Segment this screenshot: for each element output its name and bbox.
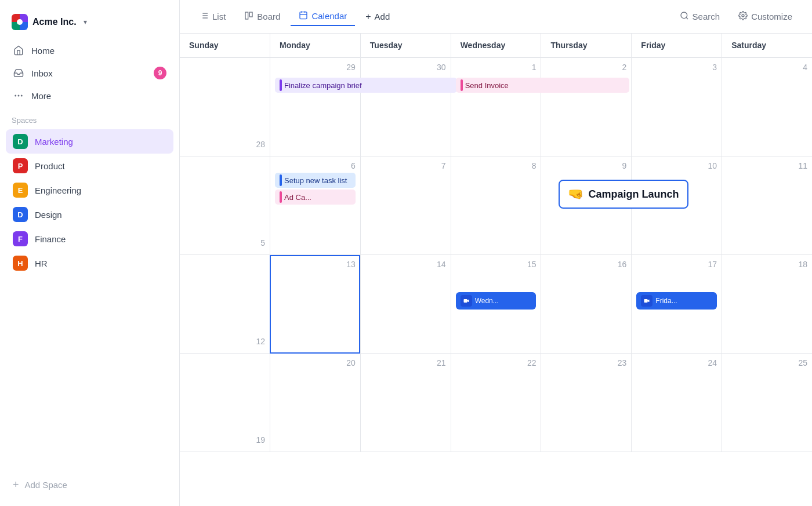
date-1: 1 xyxy=(456,63,536,72)
week-row-2: 5 6 Setup new task list Ad Ca... 7 xyxy=(180,156,812,255)
space-item-finance[interactable]: F Finance xyxy=(6,227,173,251)
event-wednesday-meeting[interactable]: Wedn... xyxy=(456,292,536,310)
customize-button[interactable]: Customize xyxy=(730,8,800,26)
event-finalize[interactable]: Finalize campaign brief xyxy=(275,78,457,93)
app-logo[interactable]: Acme Inc. ▾ xyxy=(0,9,179,39)
tab-calendar[interactable]: Calendar xyxy=(291,7,355,26)
svg-point-15 xyxy=(681,12,687,19)
date-20: 20 xyxy=(275,358,356,367)
add-space-button[interactable]: + Add Space xyxy=(0,472,179,497)
calendar-body: Sunday Monday Tuesday Wednesday Thursday… xyxy=(180,34,812,452)
date-19: 19 xyxy=(256,435,265,445)
cell-wed-15[interactable]: 15 Wedn... xyxy=(451,255,541,354)
nav-home[interactable]: Home xyxy=(6,39,173,61)
event-finalize-label: Finalize campaign brief xyxy=(284,81,362,90)
date-2: 2 xyxy=(546,63,626,72)
event-invoice[interactable]: Send Invoice xyxy=(456,78,630,93)
inbox-icon xyxy=(13,67,24,79)
date-10: 10 xyxy=(636,161,717,170)
nav-home-label: Home xyxy=(31,46,55,56)
cell-mon-13[interactable]: 13 xyxy=(270,255,360,354)
main-nav: Home Inbox 9 More xyxy=(0,39,179,107)
date-13: 13 xyxy=(275,260,356,269)
event-setup-label: Setup new task list xyxy=(284,176,347,185)
space-item-hr[interactable]: H HR xyxy=(6,251,173,275)
cell-sun-28[interactable]: 28 xyxy=(180,58,270,156)
cell-mon-6[interactable]: 6 Setup new task list Ad Ca... xyxy=(270,156,360,255)
cell-tue-21[interactable]: 21 xyxy=(360,354,451,452)
meet-icon-wed xyxy=(461,295,472,307)
date-7: 7 xyxy=(365,161,446,170)
nav-inbox-label: Inbox xyxy=(31,68,53,78)
cell-wed-1[interactable]: 1 Send Invoice xyxy=(451,58,541,156)
cell-fri-24[interactable]: 24 xyxy=(631,354,722,452)
cell-tue-14[interactable]: 14 xyxy=(360,255,451,354)
cell-mon-29[interactable]: 29 Finalize campaign brief xyxy=(270,58,360,156)
cell-fri-3[interactable]: 3 xyxy=(631,58,722,156)
cell-tue-30[interactable]: 30 xyxy=(360,58,451,156)
add-button[interactable]: + Add xyxy=(357,8,398,26)
event-campaign-launch[interactable]: 🤜 Campaign Launch xyxy=(559,180,688,209)
space-label-engineering: Engineering xyxy=(35,185,81,195)
add-label: Add xyxy=(375,12,390,21)
space-avatar-product: P xyxy=(13,158,28,173)
cell-tue-7[interactable]: 7 xyxy=(360,156,451,255)
cell-thu-2[interactable]: 2 xyxy=(541,58,631,156)
cell-sat-4[interactable]: 4 xyxy=(722,58,812,156)
cell-sun-5[interactable]: 5 xyxy=(180,156,270,255)
cell-sun-19[interactable]: 19 xyxy=(180,354,270,452)
date-15: 15 xyxy=(456,260,536,269)
tab-calendar-label: Calendar xyxy=(311,11,347,21)
space-item-engineering[interactable]: E Engineering xyxy=(6,178,173,202)
event-friday-label: Frida... xyxy=(655,297,677,305)
cell-fri-17[interactable]: 17 Frida... xyxy=(631,255,722,354)
cell-sat-11[interactable]: 11 xyxy=(722,156,812,255)
cell-thu-9[interactable]: 9 🤜 Campaign Launch xyxy=(541,156,631,255)
date-8: 8 xyxy=(456,161,536,170)
cell-mon-20[interactable]: 20 xyxy=(270,354,360,452)
date-28: 28 xyxy=(256,140,265,149)
search-label: Search xyxy=(693,12,720,21)
tab-board[interactable]: Board xyxy=(236,8,288,26)
event-adca-label: Ad Ca... xyxy=(284,193,311,202)
event-wednesday-label: Wedn... xyxy=(475,297,499,305)
event-friday-meeting[interactable]: Frida... xyxy=(636,292,717,310)
logo-icon xyxy=(12,14,28,30)
cell-sat-25[interactable]: 25 xyxy=(722,354,812,452)
week-row-1: 28 29 Finalize campaign brief 30 1 xyxy=(180,58,812,156)
gear-icon xyxy=(738,11,748,22)
date-18: 18 xyxy=(727,260,807,269)
tab-list[interactable]: List xyxy=(191,8,234,26)
event-adca[interactable]: Ad Ca... xyxy=(275,190,356,205)
event-setup[interactable]: Setup new task list xyxy=(275,173,356,188)
date-3: 3 xyxy=(636,63,717,72)
day-header-saturday: Saturday xyxy=(722,34,812,57)
nav-inbox[interactable]: Inbox 9 xyxy=(6,61,173,85)
space-item-marketing[interactable]: D Marketing xyxy=(6,129,173,154)
svg-point-17 xyxy=(742,14,744,17)
space-avatar-engineering: E xyxy=(13,183,28,198)
space-item-product[interactable]: P Product xyxy=(6,154,173,178)
space-item-design[interactable]: D Design xyxy=(6,202,173,227)
toolbar-right: Search Customize xyxy=(672,8,800,26)
cell-thu-16[interactable]: 16 xyxy=(541,255,631,354)
date-24: 24 xyxy=(636,358,717,367)
space-label-hr: HR xyxy=(35,259,48,268)
cell-wed-8[interactable]: 8 xyxy=(451,156,541,255)
svg-rect-9 xyxy=(245,12,248,19)
search-button[interactable]: Search xyxy=(672,8,728,26)
nav-more[interactable]: More xyxy=(6,85,173,107)
space-avatar-marketing: D xyxy=(13,134,28,149)
campaign-launch-label: Campaign Launch xyxy=(588,188,679,201)
date-22: 22 xyxy=(456,358,536,367)
toolbar: List Board Calendar + Add xyxy=(180,0,812,34)
cell-sat-18[interactable]: 18 xyxy=(722,255,812,354)
date-5: 5 xyxy=(260,238,265,247)
cell-sun-12[interactable]: 12 xyxy=(180,255,270,354)
calendar-icon xyxy=(299,10,308,21)
customize-label: Customize xyxy=(751,12,792,21)
space-avatar-hr: H xyxy=(13,256,28,271)
svg-rect-11 xyxy=(300,12,307,19)
cell-wed-22[interactable]: 22 xyxy=(451,354,541,452)
cell-thu-23[interactable]: 23 xyxy=(541,354,631,452)
